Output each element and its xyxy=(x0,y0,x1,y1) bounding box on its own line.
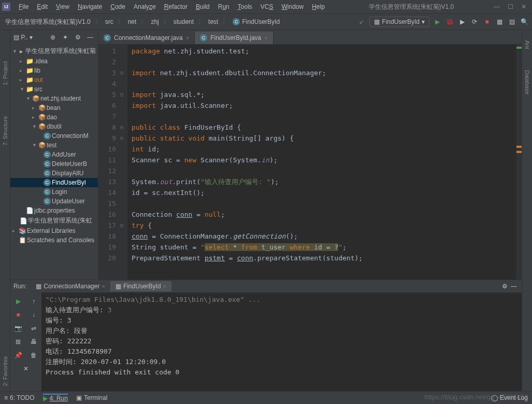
structure-tool-button[interactable]: 7: Structure xyxy=(2,116,8,146)
close-icon[interactable]: × xyxy=(264,35,267,41)
menu-help[interactable]: Help xyxy=(308,2,329,11)
down-icon[interactable]: ↓ xyxy=(29,310,38,319)
project-view-dropdown[interactable]: ▤ P.. ▾ xyxy=(13,34,33,41)
run-tab-connection-manager[interactable]: ▦ConnectionManager× xyxy=(31,281,110,291)
menu-tools[interactable]: Tools xyxy=(234,2,256,11)
gear-icon[interactable]: ⚙ xyxy=(73,33,82,42)
close-button[interactable]: ✕ xyxy=(521,4,527,10)
menu-window[interactable]: Window xyxy=(277,2,308,11)
gear-icon[interactable]: ⚙ xyxy=(500,282,509,291)
console-output[interactable]: "C:\Program Files\Java\jdk1.8.0_191\bin\… xyxy=(41,292,522,391)
intellij-logo-icon: IJ xyxy=(2,3,10,11)
maximize-button[interactable]: ☐ xyxy=(507,4,513,10)
breadcrumb-item[interactable]: zhj xyxy=(149,17,161,26)
build-icon[interactable]: ↙ xyxy=(357,17,366,26)
pin-icon[interactable]: 📌 xyxy=(13,351,23,360)
close-icon[interactable]: × xyxy=(186,35,189,41)
tree-class[interactable]: C ConnectionM xyxy=(10,131,98,141)
run-button[interactable]: ▶ xyxy=(433,17,442,26)
fold-gutter[interactable]: ⊟ ⊟ ⊟⊟ ⊟ xyxy=(120,45,127,280)
up-icon[interactable]: ↑ xyxy=(29,297,38,306)
coverage-button[interactable]: ▶ xyxy=(457,17,467,26)
print-icon[interactable]: 🖶 xyxy=(29,337,38,346)
run-tool-button[interactable]: ▶ 4: Run xyxy=(43,394,68,402)
trash-icon[interactable]: 🗑 xyxy=(29,351,38,360)
tree-scratches[interactable]: 📋Scratches and Consoles xyxy=(10,235,98,245)
tree-folder-out[interactable]: ▸📁out xyxy=(10,75,98,85)
stop-button[interactable]: ■ xyxy=(482,17,492,26)
menu-code[interactable]: Code xyxy=(106,2,130,11)
expand-icon[interactable]: ✦ xyxy=(61,33,70,42)
minimize-button[interactable]: — xyxy=(494,4,500,10)
close-icon[interactable]: × xyxy=(163,283,166,289)
layout-icon[interactable]: ⊞ xyxy=(13,337,23,346)
project-tree[interactable]: ▼▸学生信息管理系统(朱虹菊 ▸📁.idea ▸📁lib ▸📁out ▼📁src… xyxy=(10,45,98,246)
breadcrumb-root[interactable]: 学生信息管理系统(朱虹菊)V1.0 xyxy=(3,17,93,27)
hide-icon[interactable]: — xyxy=(509,282,519,291)
menu-navigate[interactable]: Navigate xyxy=(74,2,106,11)
tree-folder-src[interactable]: ▼📁src xyxy=(10,85,98,94)
tree-class[interactable]: C UpdateUser xyxy=(10,197,98,206)
database-tool-button[interactable]: Database xyxy=(524,70,530,94)
tree-folder[interactable]: ▸📁lib xyxy=(10,66,98,75)
profiler-button[interactable]: ⟳ xyxy=(470,17,479,26)
editor-tabs: CConnectionManager.java× CFindUserById.j… xyxy=(98,30,522,45)
menu-vcs[interactable]: VCS xyxy=(256,2,278,11)
ant-tool-button[interactable]: Ant xyxy=(524,40,530,49)
tree-package[interactable]: ▼📦dbutil xyxy=(10,122,98,131)
tree-file[interactable]: 📄学生信息管理系统(朱虹 xyxy=(10,215,98,226)
project-tool-button[interactable]: 1: Project xyxy=(2,61,8,85)
error-stripe[interactable] xyxy=(516,45,522,280)
menu-run[interactable]: Run xyxy=(214,2,234,11)
search-everywhere-button[interactable]: 🔍 xyxy=(520,17,529,26)
locate-icon[interactable]: ⊕ xyxy=(48,33,57,42)
stop-button[interactable]: ■ xyxy=(13,310,23,319)
rerun-button[interactable]: ▶ xyxy=(13,297,23,306)
tree-package[interactable]: ▸📦bean xyxy=(10,103,98,113)
tree-external-libs[interactable]: ▸📚External Libraries xyxy=(10,226,98,235)
breadcrumb-item[interactable]: student xyxy=(171,17,196,26)
menu-file[interactable]: File xyxy=(15,2,33,11)
close-icon[interactable]: ✕ xyxy=(21,364,31,373)
tree-class[interactable]: C Login xyxy=(10,187,98,197)
structure-button[interactable]: ▤ xyxy=(507,17,516,26)
tree-class-selected[interactable]: C FindUserByI xyxy=(10,178,98,187)
breadcrumb-item[interactable]: C FindUserById xyxy=(231,17,282,26)
vcs-button[interactable]: ▦ xyxy=(495,17,504,26)
menu-view[interactable]: View xyxy=(52,2,74,11)
tree-file[interactable]: 📄jdbc.properties xyxy=(10,206,98,215)
tree-root[interactable]: ▼▸学生信息管理系统(朱虹菊 xyxy=(10,46,98,57)
todo-tool-button[interactable]: ≡ 6: TODO xyxy=(4,394,35,401)
tab-connection-manager[interactable]: CConnectionManager.java× xyxy=(98,32,195,44)
tree-class[interactable]: C AddUser xyxy=(10,150,98,159)
tree-class[interactable]: C DisplayAllU xyxy=(10,169,98,178)
tree-folder[interactable]: ▸📁.idea xyxy=(10,57,98,66)
tree-package[interactable]: ▼📦test xyxy=(10,141,98,150)
wrap-icon[interactable]: ⇌ xyxy=(29,324,38,333)
class-icon: C xyxy=(200,34,207,41)
tree-package[interactable]: ▼📦net.zhj.student xyxy=(10,94,98,103)
breadcrumb-item[interactable]: test xyxy=(206,17,220,26)
run-config-dropdown[interactable]: ▦ FindUserById ▾ xyxy=(369,17,429,27)
tab-find-user-by-id[interactable]: CFindUserById.java× xyxy=(195,32,273,44)
hide-icon[interactable]: — xyxy=(85,33,95,42)
breadcrumb[interactable]: 学生信息管理系统(朱虹菊)V1.0 〉 src 〉 net 〉 zhj 〉 st… xyxy=(3,17,357,27)
terminal-tool-button[interactable]: ▣ Terminal xyxy=(76,394,107,401)
code-editor[interactable]: 1234567891011121314151617181920 ⊟ ⊟ ⊟⊟ ⊟… xyxy=(98,45,522,280)
event-log-button[interactable]: ◯ Event Log xyxy=(491,394,528,401)
close-icon[interactable]: × xyxy=(102,283,105,289)
favorites-tool-button[interactable]: 2: Favorites xyxy=(2,356,8,386)
breadcrumb-item[interactable]: net xyxy=(126,17,139,26)
run-tab-find-user-by-id[interactable]: ▦FindUserById× xyxy=(110,281,171,291)
tree-class[interactable]: C DeleteUserB xyxy=(10,159,98,169)
tree-package[interactable]: ▸📦dao xyxy=(10,113,98,122)
run-tool-window: Run: ▦ConnectionManager× ▦FindUserById× … xyxy=(10,280,522,391)
code-content[interactable]: package net.zhj.student.test; import net… xyxy=(127,45,522,280)
menu-refactor[interactable]: Refactor xyxy=(160,2,192,11)
debug-button[interactable]: 🐞 xyxy=(445,17,454,26)
menu-build[interactable]: Build xyxy=(192,2,214,11)
menu-edit[interactable]: Edit xyxy=(33,2,52,11)
camera-icon[interactable]: 📷 xyxy=(13,324,23,333)
menu-analyze[interactable]: Analyze xyxy=(130,2,160,11)
breadcrumb-item[interactable]: src xyxy=(103,17,116,26)
